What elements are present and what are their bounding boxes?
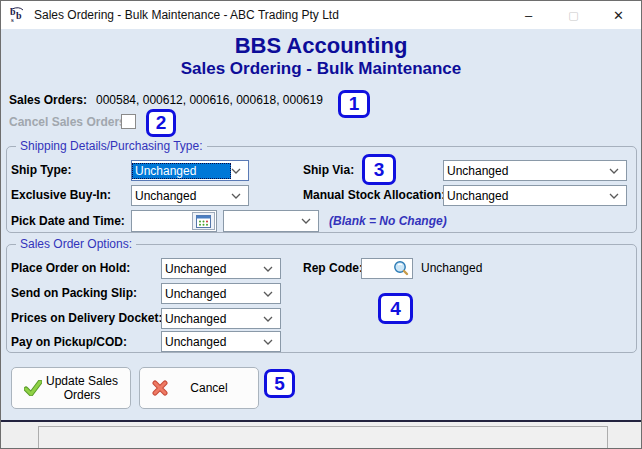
exclusive-buy-in-select[interactable]: Unchanged [131, 185, 249, 206]
manual-stock-allocation-label: Manual Stock Allocation: [303, 188, 445, 203]
blank-no-change-hint: (Blank = No Change) [329, 214, 447, 229]
ship-via-value: Unchanged [444, 163, 609, 179]
options-legend: Sales Order Options: [16, 237, 136, 252]
chevron-down-icon [263, 339, 273, 345]
manual-stock-allocation-select[interactable]: Unchanged [443, 185, 627, 206]
place-order-on-hold-value: Unchanged [162, 261, 263, 277]
sales-orders-label: Sales Orders: [9, 93, 87, 108]
title-bar: b b s Sales Ordering - Bulk Maintenance … [1, 1, 641, 29]
chevron-down-icon [263, 266, 273, 272]
maximize-button: ▢ [551, 1, 596, 29]
close-button[interactable]: ✕ [596, 1, 641, 29]
pick-time-select[interactable] [223, 210, 319, 232]
cancel-button-label: Cancel [168, 381, 258, 395]
ship-via-select[interactable]: Unchanged [443, 160, 627, 181]
chevron-down-icon [263, 291, 273, 297]
chevron-down-icon [231, 168, 241, 174]
calendar-icon [196, 214, 211, 228]
rep-code-input[interactable] [361, 258, 413, 279]
prices-on-delivery-docket-select[interactable]: Unchanged [161, 308, 281, 329]
cancel-orders-label: Cancel Sales Orders: [9, 115, 130, 130]
prices-on-delivery-docket-label: Prices on Delivery Docket: [11, 311, 162, 326]
ship-type-label: Ship Type: [11, 163, 71, 178]
minimize-icon: – [525, 8, 532, 23]
send-on-packing-slip-select[interactable]: Unchanged [161, 283, 281, 304]
chevron-down-icon [231, 193, 241, 199]
callout-badge-4: 4 [378, 293, 413, 324]
chevron-down-icon [609, 193, 619, 199]
pay-on-pickup-cod-select[interactable]: Unchanged [161, 331, 281, 352]
place-order-on-hold-label: Place Order on Hold: [11, 261, 130, 276]
sales-orders-value: 000584, 000612, 000616, 000618, 000619 [96, 93, 323, 108]
svg-text:s: s [11, 16, 14, 24]
ship-type-select[interactable]: Unchanged [131, 160, 249, 181]
shipping-legend: Shipping Details/Purchasing Type: [16, 139, 207, 154]
maximize-icon: ▢ [568, 9, 578, 22]
minimize-button[interactable]: – [506, 1, 551, 29]
pick-date-input[interactable] [131, 210, 217, 232]
pay-on-pickup-cod-label: Pay on Pickup/COD: [11, 335, 127, 350]
exclusive-buy-in-value: Unchanged [132, 188, 231, 204]
ship-type-value: Unchanged [132, 163, 231, 179]
page-title: Sales Ordering - Bulk Maintenance [1, 59, 641, 79]
exclusive-buy-in-label: Exclusive Buy-In: [11, 188, 111, 203]
green-check-icon [24, 380, 42, 396]
red-cross-icon [152, 380, 168, 396]
chevron-down-icon [609, 168, 619, 174]
pick-time-value [224, 220, 301, 222]
chevron-down-icon [263, 316, 273, 322]
svg-text:b: b [16, 10, 22, 21]
callout-badge-2: 2 [146, 109, 176, 137]
place-order-on-hold-select[interactable]: Unchanged [161, 258, 281, 279]
update-sales-orders-button[interactable]: Update Sales Orders [11, 367, 131, 409]
calendar-picker-button[interactable] [192, 212, 215, 230]
window-title: Sales Ordering - Bulk Maintenance - ABC … [34, 8, 339, 22]
close-icon: ✕ [613, 8, 624, 23]
update-sales-orders-label: Update Sales Orders [42, 374, 130, 402]
cancel-button[interactable]: Cancel [139, 367, 259, 409]
rep-code-status: Unchanged [421, 261, 482, 276]
callout-badge-1: 1 [338, 90, 370, 118]
callout-badge-3: 3 [362, 154, 396, 185]
chevron-down-icon [301, 218, 311, 224]
callout-badge-5: 5 [264, 369, 295, 398]
pay-on-pickup-cod-value: Unchanged [162, 334, 263, 350]
bbs-logo-icon: b b s [9, 6, 27, 24]
send-on-packing-slip-label: Send on Packing Slip: [11, 286, 137, 301]
ship-via-label: Ship Via: [303, 163, 354, 178]
magnifier-icon[interactable] [392, 260, 410, 277]
dialog-window: b b s Sales Ordering - Bulk Maintenance … [0, 0, 642, 449]
app-title: BBS Accounting [1, 33, 641, 59]
manual-stock-allocation-value: Unchanged [444, 188, 609, 204]
cancel-orders-checkbox[interactable] [121, 114, 136, 129]
rep-code-label: Rep Code: [303, 261, 363, 276]
status-panel [38, 426, 608, 449]
pick-date-time-label: Pick Date and Time: [11, 214, 125, 229]
send-on-packing-slip-value: Unchanged [162, 286, 263, 302]
prices-on-delivery-docket-value: Unchanged [162, 311, 263, 327]
status-bar [1, 422, 641, 448]
